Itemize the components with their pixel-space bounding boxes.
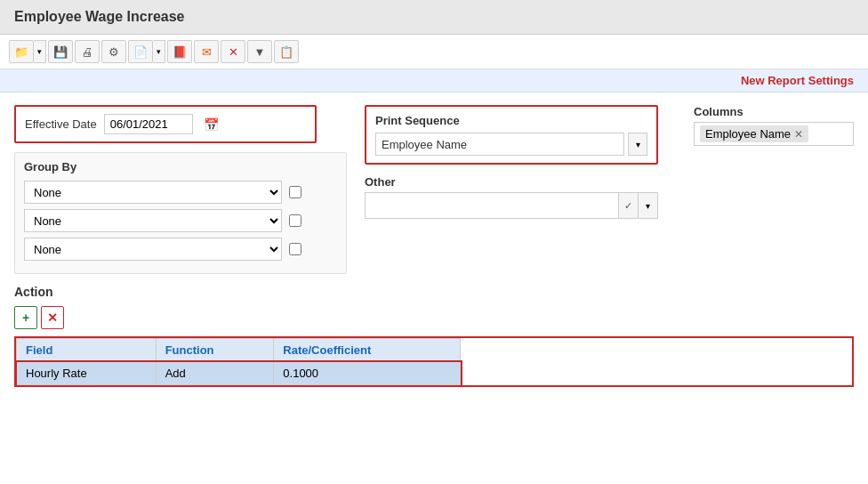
other-label: Other — [365, 175, 658, 189]
table-header-row: Field Function Rate/Coefficient — [17, 339, 461, 362]
other-dropdown[interactable]: ▾ — [638, 193, 657, 218]
remove-action-button[interactable]: ✕ — [41, 306, 64, 329]
col-header-rate: Rate/Coefficient — [274, 339, 461, 362]
effective-date-row: Effective Date 📅 — [14, 105, 317, 143]
group-by-row-1: None — [24, 181, 337, 204]
settings-button[interactable]: ⚙ — [101, 40, 126, 63]
main-content: Effective Date 📅 Group By None — [0, 93, 868, 484]
action-buttons: + ✕ — [14, 306, 854, 329]
add-action-button[interactable]: + — [14, 306, 37, 329]
cell-field: Hourly Rate — [17, 362, 157, 385]
group-by-checkbox-2[interactable] — [289, 214, 301, 227]
new-dropdown-arrow[interactable]: ▾ — [153, 40, 165, 63]
toolbar: 📁 ▾ 💾 🖨 ⚙ 📄 ▾ 📕 ✉ ✕ ▼ 📋 — [0, 35, 868, 69]
page-container: Employee Wage Increase 📁 ▾ 💾 🖨 ⚙ 📄 ▾ 📕 ✉… — [0, 0, 868, 484]
calendar-icon[interactable]: 📅 — [204, 117, 219, 132]
action-section: Action + ✕ Field Function Rate/Coefficie… — [14, 285, 854, 387]
columns-tag-container: Employee Name ✕ — [694, 122, 854, 146]
table-wrapper: Field Function Rate/Coefficient Hourly R… — [14, 336, 854, 387]
other-input[interactable] — [366, 193, 618, 218]
new-button[interactable]: 📄 — [128, 40, 153, 63]
folder-open-button[interactable]: 📁 — [9, 40, 34, 63]
group-by-row-3: None — [24, 238, 337, 261]
action-label: Action — [14, 285, 854, 299]
right-panel: Print Sequence ▾ Columns Employee Name — [365, 105, 854, 219]
table-row[interactable]: Hourly Rate Add 0.1000 — [17, 362, 461, 385]
columns-label: Columns — [694, 105, 854, 118]
email-button[interactable]: ✉ — [194, 40, 219, 63]
other-check-icon[interactable]: ✓ — [618, 193, 638, 218]
page-title: Employee Wage Increase — [0, 0, 868, 35]
columns-tag-close[interactable]: ✕ — [794, 128, 803, 141]
folder-dropdown-arrow[interactable]: ▾ — [34, 40, 46, 63]
effective-date-label: Effective Date — [25, 117, 97, 131]
cell-rate: 0.1000 — [274, 362, 461, 385]
export-button[interactable]: 📋 — [274, 40, 299, 63]
print-sequence-input[interactable] — [375, 133, 624, 156]
group-by-label: Group By — [24, 160, 337, 173]
group-by-checkbox-1[interactable] — [289, 186, 301, 198]
delete-button[interactable]: ✕ — [221, 40, 245, 63]
top-section: Effective Date 📅 Group By None — [14, 105, 854, 274]
other-input-row: ✓ ▾ — [365, 192, 658, 219]
new-group: 📄 ▾ — [128, 40, 165, 63]
filter-button[interactable]: ▼ — [247, 40, 272, 63]
group-by-section: Group By None None — [14, 152, 347, 274]
col-header-field: Field — [17, 339, 157, 362]
group-by-select-3[interactable]: None — [24, 238, 282, 261]
group-by-select-2[interactable]: None — [24, 209, 282, 232]
print-sequence-label: Print Sequence — [375, 114, 647, 127]
print-button[interactable]: 🖨 — [75, 40, 100, 63]
print-sequence-row: ▾ — [375, 133, 647, 156]
other-section: Other ✓ ▾ — [365, 175, 658, 219]
pdf-button[interactable]: 📕 — [167, 40, 192, 63]
print-sequence-section: Print Sequence ▾ — [365, 105, 658, 165]
data-table: Field Function Rate/Coefficient Hourly R… — [16, 338, 461, 385]
columns-section: Columns Employee Name ✕ — [694, 105, 854, 146]
col-header-function: Function — [156, 339, 274, 362]
save-button[interactable]: 💾 — [48, 40, 73, 63]
effective-date-input[interactable] — [104, 114, 193, 134]
columns-tag-employee-name: Employee Name ✕ — [700, 125, 808, 142]
columns-tag-text: Employee Name — [705, 127, 791, 141]
group-by-select-1[interactable]: None — [24, 181, 282, 204]
report-settings-bar: New Report Settings — [0, 69, 868, 93]
left-panel: Effective Date 📅 Group By None — [14, 105, 347, 274]
folder-open-group: 📁 ▾ — [9, 40, 46, 63]
print-sequence-dropdown[interactable]: ▾ — [628, 133, 647, 156]
group-by-checkbox-3[interactable] — [289, 243, 301, 255]
group-by-row-2: None — [24, 209, 337, 232]
cell-function: Add — [156, 362, 274, 385]
